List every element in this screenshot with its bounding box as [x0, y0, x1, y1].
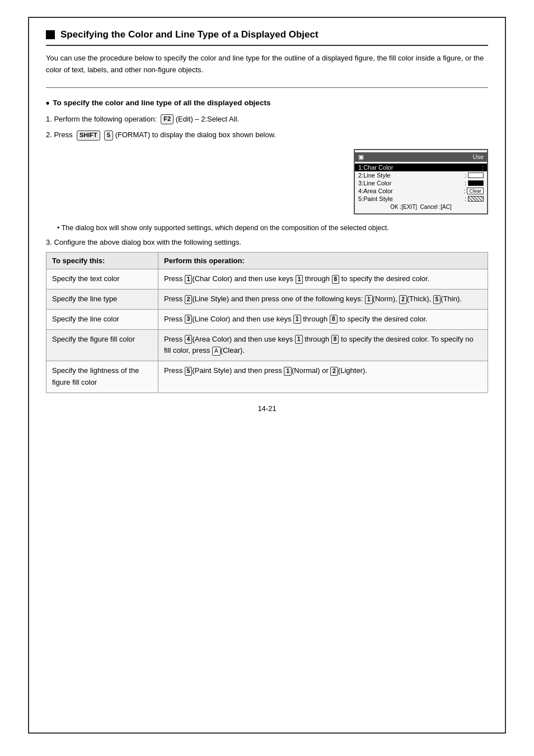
f2-key: F2: [161, 114, 174, 124]
subsection-heading-text: To specify the color and line type of al…: [53, 99, 270, 107]
dialog-row-2-label: 2:Line Style: [358, 172, 390, 179]
section-title: Specifying the Color and Line Type of a …: [46, 29, 488, 46]
bullet-note: • The dialog box will show only supporte…: [57, 222, 488, 234]
key-8b: 8: [330, 315, 338, 324]
key-2-thick: 2: [399, 295, 407, 304]
format-dialog: ▣ Use 1:Char Color : 2:Line Style : 3:Li…: [354, 149, 488, 214]
area-color-preview: Clear: [467, 188, 484, 194]
key-3-line: 3: [185, 315, 193, 324]
table-cell-col1-row4: Specify the figure fill color: [46, 329, 158, 361]
dialog-container: ▣ Use 1:Char Color : 2:Line Style : 3:Li…: [46, 149, 488, 214]
dialog-row-1[interactable]: 1:Char Color :: [355, 164, 487, 171]
dialog-header-right: Use: [472, 153, 484, 161]
table-cell-col2-row2: Press 2(Line Style) and then press one o…: [158, 289, 488, 309]
key-5-paint: 5: [185, 367, 193, 376]
dialog-row-5-value: :: [465, 195, 484, 202]
divider: [46, 87, 488, 88]
section-heading-text: Specifying the Color and Line Type of a …: [60, 29, 318, 40]
key-2-line: 2: [185, 295, 193, 304]
dialog-row-4-value: : Clear: [463, 188, 484, 194]
table-row: Specify the line color Press 3(Line Colo…: [46, 309, 488, 329]
5-key: 5: [104, 130, 113, 140]
shift-key: SHIFT: [77, 130, 100, 140]
table-cell-col1-row1: Specify the text color: [46, 269, 158, 290]
key-5-thin: 5: [433, 295, 441, 304]
bullet-icon: •: [46, 98, 49, 108]
table-header-col2: Perform this operation:: [158, 253, 488, 269]
table-cell-col2-row5: Press 5(Paint Style) and then press 1(No…: [158, 361, 488, 393]
dialog-footer: OK :[EXIT] Cancel :[AC]: [355, 203, 487, 211]
table-cell-col1-row3: Specify the line color: [46, 309, 158, 329]
dialog-row-4-label: 4:Area Color: [358, 188, 393, 194]
dialog-header-left: ▣: [358, 153, 364, 161]
bullet-note-text: The dialog box will show only supported …: [62, 224, 389, 232]
key-1-char: 1: [185, 275, 193, 284]
dialog-row-4[interactable]: 4:Area Color : Clear: [355, 187, 487, 195]
dialog-row-2-value: :: [465, 172, 484, 179]
key-2-lighter: 2: [330, 367, 338, 376]
table-cell-col2-row1: Press 1(Char Color) and then use keys 1 …: [158, 269, 488, 290]
table-cell-col1-row5: Specify the lightness of the figure fill…: [46, 361, 158, 393]
dialog-row-5-label: 5:Paint Style: [358, 195, 393, 202]
table-cell-col1-row2: Specify the line type: [46, 289, 158, 309]
line-color-preview: [468, 180, 484, 186]
key-8c: 8: [331, 335, 339, 344]
intro-paragraph: You can use the procedure below to speci…: [46, 53, 488, 76]
black-square-icon: [46, 30, 55, 39]
settings-table: To specify this: Perform this operation:…: [46, 252, 488, 393]
key-8a: 8: [332, 275, 340, 284]
step-3-label: 3. Configure the above dialog box with t…: [46, 238, 488, 246]
table-row: Specify the line type Press 2(Line Style…: [46, 289, 488, 309]
dialog-row-5[interactable]: 5:Paint Style :: [355, 195, 487, 203]
step-2: 2. Press SHIFT 5 (FORMAT) to display the…: [46, 129, 488, 141]
table-cell-col2-row4: Press 4(Area Color) and then use keys 1 …: [158, 329, 488, 361]
subsection-title: • To specify the color and line type of …: [46, 98, 488, 108]
key-1-normal: 1: [284, 367, 292, 376]
table-row: Specify the text color Press 1(Char Colo…: [46, 269, 488, 290]
table-cell-col2-row3: Press 3(Line Color) and then use keys 1 …: [158, 309, 488, 329]
dialog-row-2[interactable]: 2:Line Style :: [355, 171, 487, 179]
step-1: 1. Perform the following operation: F2 (…: [46, 114, 488, 125]
key-1a: 1: [296, 275, 303, 284]
key-a-clear: A: [212, 347, 221, 356]
key-4-area: 4: [185, 335, 193, 344]
dialog-row-1-value: :: [482, 164, 484, 171]
table-row: Specify the figure fill color Press 4(Ar…: [46, 329, 488, 361]
dialog-row-3-label: 3:Line Color: [358, 180, 391, 186]
paint-style-preview: [468, 196, 484, 202]
dialog-row-1-label: 1:Char Color: [358, 164, 393, 171]
dialog-header: ▣ Use: [355, 152, 487, 162]
key-1-norm: 1: [365, 295, 373, 304]
table-header-col1: To specify this:: [46, 253, 158, 269]
dialog-row-3[interactable]: 3:Line Color :: [355, 179, 487, 187]
key-1b: 1: [293, 315, 301, 324]
page-number: 14-21: [46, 404, 488, 413]
line-style-preview: [468, 172, 484, 178]
page-container: Specifying the Color and Line Type of a …: [28, 17, 506, 734]
table-row: Specify the lightness of the figure fill…: [46, 361, 488, 393]
dialog-row-3-value: :: [465, 180, 484, 186]
key-1c: 1: [295, 335, 303, 344]
